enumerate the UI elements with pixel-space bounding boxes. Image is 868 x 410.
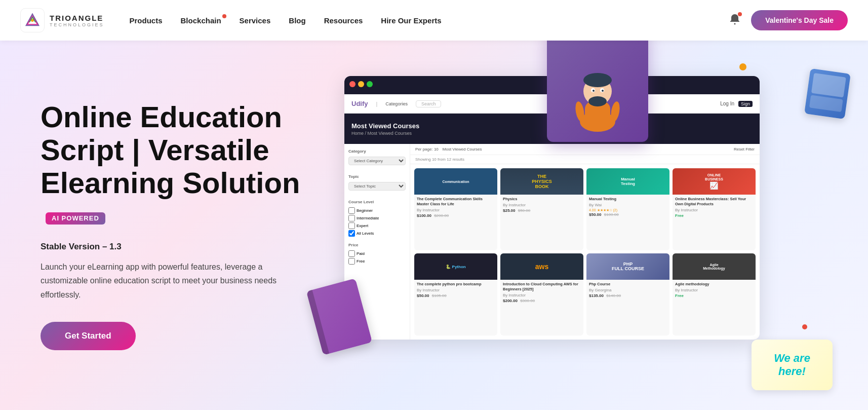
course-title-6: Introduction to Cloud Computing AWS for … xyxy=(503,282,581,292)
price-free[interactable]: Free xyxy=(348,258,406,265)
course-by-7: By Georgina xyxy=(589,288,667,292)
thumb-label-7: PHPFULL COURSE xyxy=(612,262,644,271)
topic-filter: Topic Select Topic xyxy=(348,174,406,194)
level-intermediate[interactable]: Intermediate xyxy=(348,215,406,221)
course-card-5[interactable]: 🐍 Python The complete python pro bootcam… xyxy=(414,253,497,336)
course-price-5: $50.00 $105.00 xyxy=(417,293,495,298)
reset-filter[interactable]: Reset Filter xyxy=(734,147,755,152)
course-price-2: $25.00 $50.00 xyxy=(503,208,581,213)
course-title-4: Online Business Masterclass: Sell Your O… xyxy=(675,197,753,207)
thumb-label-1: Communication xyxy=(441,178,471,185)
course-info-6: Introduction to Cloud Computing AWS for … xyxy=(500,280,583,305)
course-title-5: The complete python pro bootcamp xyxy=(417,282,495,287)
brand-sub: TECHNOLOGIES xyxy=(50,22,104,27)
dash-breadcrumb: Home / Most Viewed Courses xyxy=(351,131,419,136)
course-by-4: By Instructor xyxy=(675,208,753,212)
dot-green xyxy=(367,81,373,87)
character-card: ▶ xyxy=(547,41,648,142)
sticker-line1: We are here! xyxy=(774,352,810,379)
course-info-5: The complete python pro bootcamp By Inst… xyxy=(414,280,497,300)
category-select[interactable]: Select Category xyxy=(348,157,406,165)
showing-count: Showing 10 from 12 results xyxy=(410,155,760,164)
level-expert[interactable]: Expert xyxy=(348,222,406,229)
dot-yellow xyxy=(358,81,364,87)
dash-hero-title: Most Viewed Courses xyxy=(351,122,419,130)
nav-hire[interactable]: Hire Our Experts xyxy=(381,16,441,25)
per-page-label: Per page: 10 xyxy=(415,147,439,152)
dash-login[interactable]: Log In xyxy=(720,101,734,107)
course-card-3[interactable]: ManualTesting Manual Testing By Wai 4.00… xyxy=(586,168,669,250)
course-title-7: Php Course xyxy=(589,282,667,287)
course-info-2: Physics By Instructor $25.00 $50.00 xyxy=(500,195,583,215)
nav-products[interactable]: Products xyxy=(130,16,163,25)
course-thumb-3: ManualTesting xyxy=(586,168,669,195)
svg-point-3 xyxy=(734,23,736,25)
course-by-1: By Instructor xyxy=(417,208,495,212)
course-by-5: By Instructor xyxy=(417,288,495,292)
price-filter: Price Paid Free xyxy=(348,243,406,265)
dash-signup[interactable]: Sign xyxy=(738,101,753,107)
hero-desc: Launch your eLearning app with powerful … xyxy=(41,260,284,302)
logo[interactable]: TRIOANGLE TECHNOLOGIES xyxy=(20,8,104,32)
hero-title-line1: Online Education xyxy=(41,100,282,133)
course-card-6[interactable]: aws Introduction to Cloud Computing AWS … xyxy=(500,253,583,336)
price-paid[interactable]: Paid xyxy=(348,250,406,257)
nav-links: Products Blockchain Services Blog Resour… xyxy=(130,16,729,25)
level-beginner[interactable]: Beginner xyxy=(348,207,406,214)
course-price-6: $200.00 $300.00 xyxy=(503,299,581,303)
course-thumb-7: PHPFULL COURSE xyxy=(586,253,669,280)
svg-point-12 xyxy=(602,90,604,92)
dash-logo: Udify xyxy=(351,100,368,107)
courses-grid: Communication The Complete Communication… xyxy=(410,164,760,340)
logo-text: TRIOANGLE TECHNOLOGIES xyxy=(50,14,104,27)
course-title-1: The Complete Communication Skills Master… xyxy=(417,197,495,207)
dash-search[interactable]: Search xyxy=(416,100,442,107)
course-info-7: Php Course By Georgina $135.00 $140.00 xyxy=(586,280,669,300)
we-are-here-sticker: We are here! xyxy=(752,340,833,390)
course-price-4: Free xyxy=(675,213,753,218)
level-all[interactable]: All Levels xyxy=(348,230,406,237)
nav-right: Valentine's Day Sale xyxy=(729,10,848,30)
window-dots xyxy=(349,81,373,87)
sort-label: Most Viewed Courses xyxy=(443,147,482,152)
get-started-button[interactable]: Get Started xyxy=(41,322,136,350)
ai-badge: AI POWERED xyxy=(46,212,105,225)
topic-select[interactable]: Select Topic xyxy=(348,182,406,191)
nav-blog[interactable]: Blog xyxy=(289,16,305,25)
nav-resources[interactable]: Resources xyxy=(324,16,363,25)
nav-blockchain[interactable]: Blockchain xyxy=(181,16,221,25)
category-label: Category xyxy=(348,149,406,154)
course-info-4: Online Business Masterclass: Sell Your O… xyxy=(673,195,756,220)
notification-bell[interactable] xyxy=(729,13,741,27)
nav-services[interactable]: Services xyxy=(240,16,271,25)
dash-main: Per page: 10 Most Viewed Courses Reset F… xyxy=(410,144,760,340)
course-thumb-6: aws xyxy=(500,253,583,280)
deco-dot-2 xyxy=(802,324,807,329)
hero-version: Stable Version – 1.3 xyxy=(41,242,324,252)
course-price-1: $100.00 $200.00 xyxy=(417,213,495,218)
course-by-6: By Instructor xyxy=(503,293,581,297)
course-price-7: $135.00 $140.00 xyxy=(589,293,667,298)
course-card-4[interactable]: ONLINEBUSINESS 📈 Online Business Masterc… xyxy=(673,168,756,250)
category-filter: Category Select Category xyxy=(348,149,406,168)
course-info-3: Manual Testing By Wai 4.00 ★★★★☆ (2) $50… xyxy=(586,195,669,219)
deco-dot-1 xyxy=(739,63,746,70)
navbar: TRIOANGLE TECHNOLOGIES Products Blockcha… xyxy=(0,0,868,41)
thumb-label-3: ManualTesting xyxy=(621,177,635,186)
course-card-2[interactable]: THEPHYSICSBOOK Physics By Instructor $25… xyxy=(500,168,583,250)
dash-content: Category Select Category Topic Select To… xyxy=(344,144,760,340)
course-info-1: The Complete Communication Skills Master… xyxy=(414,195,497,220)
course-title-3: Manual Testing xyxy=(589,197,667,202)
course-thumb-5: 🐍 Python xyxy=(414,253,497,280)
course-card-8[interactable]: AgileMethodology Agile methodology By In… xyxy=(673,253,756,336)
course-thumb-4: ONLINEBUSINESS 📈 xyxy=(673,168,756,195)
dash-categories: Categories xyxy=(385,101,408,106)
thumb-label-2: THEPHYSICSBOOK xyxy=(532,174,552,189)
course-card-7[interactable]: PHPFULL COURSE Php Course By Georgina $1… xyxy=(586,253,669,336)
sale-button[interactable]: Valentine's Day Sale xyxy=(751,10,848,30)
course-title-2: Physics xyxy=(503,197,581,202)
course-price-3: $50.00 $100.00 xyxy=(589,212,667,217)
course-price-8: Free xyxy=(675,293,753,298)
course-card-1[interactable]: Communication The Complete Communication… xyxy=(414,168,497,250)
svg-point-7 xyxy=(583,73,612,87)
